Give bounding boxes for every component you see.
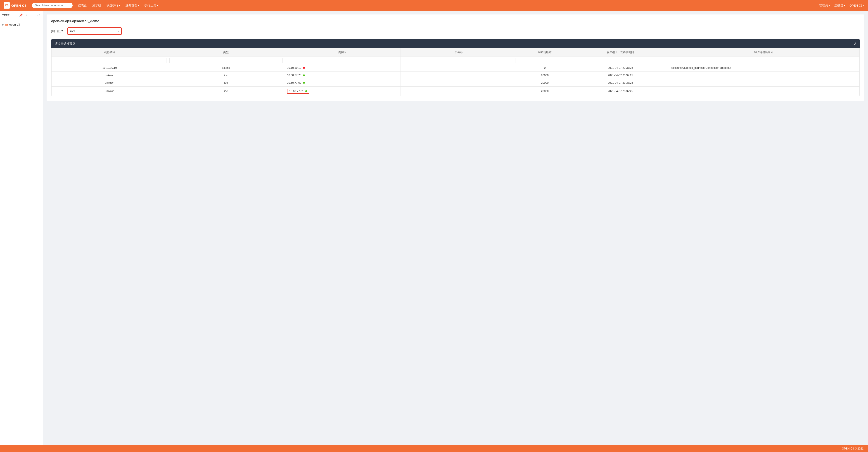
sidebar-tree: ▶ 🗁 open-c3 [0, 20, 43, 29]
folder-icon: 🗁 [5, 23, 8, 26]
cell-last-check-time: 2021-04-07 23:37:25 [573, 79, 668, 87]
ip-cell: 10.10.10.10 [287, 66, 305, 69]
search-input[interactable] [32, 3, 72, 8]
cell-machine-name: unkown [52, 87, 168, 96]
top-nav: C3 OPEN-C3 仪表盘 流水线 快速执行 ▾ 业务管理 ▾ 执行历史 ▾ … [0, 0, 868, 11]
cell-last-check-time: 2021-04-07 23:37:25 [573, 72, 668, 79]
nav-item-exec-history[interactable]: 执行历史 ▾ [145, 3, 158, 7]
filter-type[interactable] [169, 58, 283, 63]
col-header-external-ip: 外网ip [401, 48, 517, 57]
filter-cell-machine-name [52, 57, 168, 64]
footer-text: OPEN-C3 © 2021 [842, 447, 864, 450]
filter-external-ip[interactable] [402, 58, 516, 63]
cell-client-version: 0 [517, 64, 573, 72]
cell-client-version: 20000 [517, 79, 573, 87]
cell-external-ip [401, 64, 517, 72]
col-header-type: 类型 [168, 48, 284, 57]
ip-cell: 10.60.77.62 [287, 81, 305, 84]
filter-cell-time [573, 57, 668, 64]
sidebar-title: TREE [2, 14, 17, 17]
status-dot [305, 90, 307, 92]
cell-external-ip [401, 87, 517, 96]
logo: C3 OPEN-C3 [4, 2, 27, 9]
nav-item-biz-mgmt[interactable]: 业务管理 ▾ [126, 3, 139, 7]
main-content: open-c3.ops.opsdev.c3_demo 执行账户 root adm… [43, 11, 868, 445]
add-icon[interactable]: + [25, 13, 29, 18]
filter-cell-internal-ip [284, 57, 401, 64]
chevron-down-icon: ▾ [119, 4, 120, 7]
cell-external-ip [401, 79, 517, 87]
cell-client-version: 20000 [517, 72, 573, 79]
cell-error-reason: failcount:4338; tcp_connect: Connection … [668, 64, 859, 72]
cell-type: idc [168, 72, 284, 79]
content-card: open-c3.ops.opsdev.c3_demo 执行账户 root adm… [46, 14, 864, 101]
filter-cell-error [668, 57, 859, 64]
col-header-client-version: 客户端版本 [517, 48, 573, 57]
cell-internal-ip: 10.10.10.10 [284, 64, 401, 72]
cell-last-check-time: 2021-04-07 23:37:25 [573, 87, 668, 96]
table-body: 10.10.10.10extend10.10.10.10 02021-04-07… [52, 64, 860, 96]
nav-item-pipeline[interactable]: 流水线 [92, 3, 101, 7]
filter-machine-name[interactable] [53, 58, 166, 63]
table-filter-row [52, 57, 860, 64]
nav-item-open-c3[interactable]: OPEN-C3 ▾ [849, 4, 864, 7]
cell-machine-name: 10.10.10.10 [52, 64, 168, 72]
status-dot [303, 82, 305, 84]
table-refresh-icon[interactable]: ↺ [854, 42, 856, 46]
table-section-header: 请点击选择节点 ↺ [51, 39, 860, 48]
nav-item-quick-exec[interactable]: 快速执行 ▾ [106, 3, 120, 7]
nav-item-admin[interactable]: 管理员 ▾ [819, 3, 830, 7]
nav-item-dashboard[interactable]: 仪表盘 [78, 3, 87, 7]
cell-internal-ip: 10.60.77.75 [284, 72, 401, 79]
filter-cell-version [517, 57, 573, 64]
cell-type: idc [168, 79, 284, 87]
form-row: 执行账户 root admin ops ▾ [51, 27, 860, 35]
table-header-text: 请点击选择节点 [55, 41, 75, 46]
col-header-internal-ip: 内网IP [284, 48, 401, 57]
cell-error-reason [668, 79, 859, 87]
chevron-down-icon: ▾ [138, 4, 139, 7]
table-row[interactable]: unkownidc10.60.77.62 200002021-04-07 23:… [52, 79, 860, 87]
data-table: 机器名称 类型 内网IP 外网ip 客户端版本 客户端上一次检测时间 客户端错误… [51, 48, 860, 96]
cell-error-reason [668, 72, 859, 79]
cell-error-reason [668, 87, 859, 96]
table-wrapper: 机器名称 类型 内网IP 外网ip 客户端版本 客户端上一次检测时间 客户端错误… [51, 48, 860, 96]
cell-last-check-time: 2021-04-07 23:37:25 [573, 64, 668, 72]
cell-internal-ip: 10.60.77.61 [284, 87, 401, 96]
cell-client-version: 20000 [517, 87, 573, 96]
minus-icon[interactable]: − [31, 13, 35, 18]
refresh-icon[interactable]: ↺ [36, 13, 40, 18]
tree-item-label: open-c3 [9, 23, 20, 26]
chevron-down-icon: ▾ [844, 4, 845, 7]
chevron-down-icon: ▾ [829, 4, 830, 7]
filter-cell-external-ip [401, 57, 517, 64]
chevron-down-icon: ▾ [157, 4, 158, 7]
col-header-last-check: 客户端上一次检测时间 [573, 48, 668, 57]
nav-item-connector[interactable]: 连接器 ▾ [834, 3, 845, 7]
filter-internal-ip[interactable] [286, 58, 399, 63]
status-dot [303, 74, 305, 76]
tree-item-open-c3[interactable]: ▶ 🗁 open-c3 [0, 22, 43, 27]
account-select[interactable]: root admin ops [68, 28, 121, 34]
cell-machine-name: unkown [52, 72, 168, 79]
table-row[interactable]: unkownidc10.60.77.61 200002021-04-07 23:… [52, 87, 860, 96]
cell-type: extend [168, 64, 284, 72]
col-header-machine-name: 机器名称 [52, 48, 168, 57]
status-dot [303, 67, 305, 69]
footer: OPEN-C3 © 2021 [0, 445, 868, 452]
main-layout: TREE 📌 + − ↺ ▶ 🗁 open-c3 open-c3.ops.ops… [0, 11, 868, 445]
account-select-wrapper: root admin ops ▾ [67, 27, 122, 35]
filter-cell-type [168, 57, 284, 64]
cell-type: idc [168, 87, 284, 96]
table-header-row: 机器名称 类型 内网IP 外网ip 客户端版本 客户端上一次检测时间 客户端错误… [52, 48, 860, 57]
table-section: 请点击选择节点 ↺ 机器名称 类型 内网IP 外网ip 客户端版本 客户端 [51, 39, 860, 96]
pin-icon[interactable]: 📌 [19, 13, 23, 18]
col-header-error-reason: 客户端错误原因 [668, 48, 859, 57]
table-row[interactable]: unkownidc10.60.77.75 200002021-04-07 23:… [52, 72, 860, 79]
sidebar-header: TREE 📌 + − ↺ [0, 11, 43, 20]
ip-cell: 10.60.77.75 [287, 74, 305, 77]
account-label: 执行账户 [51, 29, 65, 33]
cell-internal-ip: 10.60.77.62 [284, 79, 401, 87]
sidebar: TREE 📌 + − ↺ ▶ 🗁 open-c3 [0, 11, 43, 445]
table-row[interactable]: 10.10.10.10extend10.10.10.10 02021-04-07… [52, 64, 860, 72]
